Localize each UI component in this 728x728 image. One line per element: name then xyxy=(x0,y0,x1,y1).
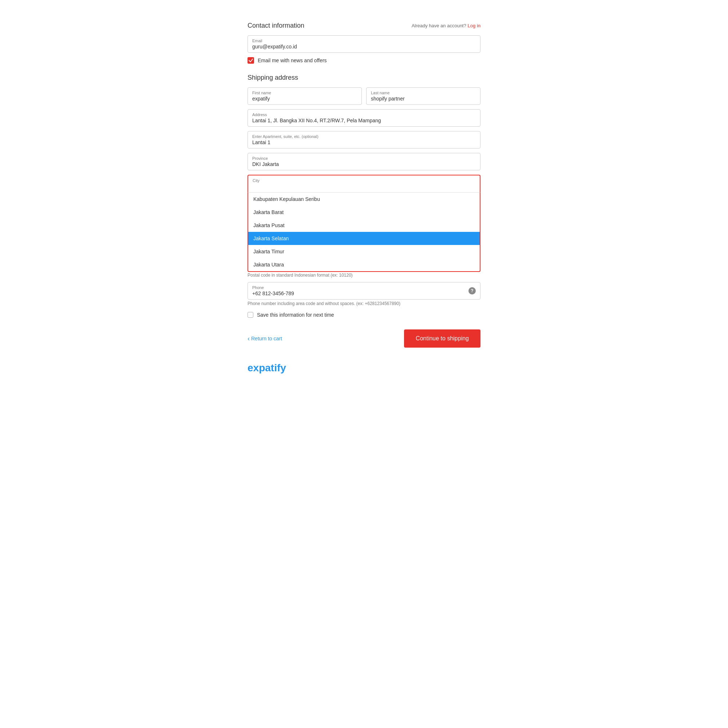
save-info-label: Save this information for next time xyxy=(257,312,334,318)
save-info-checkbox[interactable] xyxy=(248,312,253,318)
city-label: City xyxy=(252,178,476,183)
city-option-jakarta-selatan[interactable]: Jakarta Selatan xyxy=(248,232,480,245)
return-to-cart-link[interactable]: Return to cart xyxy=(248,335,282,343)
apartment-label: Enter Apartment, suite, etc. (optional) xyxy=(252,134,476,139)
last-name-field: Last name xyxy=(366,87,480,105)
apartment-field: Enter Apartment, suite, etc. (optional) xyxy=(248,131,480,148)
first-name-input[interactable] xyxy=(252,96,357,102)
city-option-jakarta-barat[interactable]: Jakarta Barat xyxy=(248,206,480,219)
email-field: Email xyxy=(248,35,480,53)
save-info-row: Save this information for next time xyxy=(248,312,480,318)
shipping-section: Shipping address First name Last name Ad… xyxy=(248,74,480,318)
email-news-label: Email me with news and offers xyxy=(258,58,327,63)
city-dropdown-list: Kabupaten Kepulauan Seribu Jakarta Barat… xyxy=(248,192,480,272)
city-field: City xyxy=(248,175,480,192)
email-news-checkbox[interactable] xyxy=(248,57,254,64)
email-news-row: Email me with news and offers xyxy=(248,57,480,64)
province-label: Province xyxy=(252,156,476,161)
contact-section-title: Contact information xyxy=(248,22,304,29)
address-label: Address xyxy=(252,112,476,117)
province-field: Province xyxy=(248,153,480,170)
actions-row: Return to cart Continue to shipping xyxy=(248,329,480,348)
city-option-jakarta-timur[interactable]: Jakarta Timur xyxy=(248,245,480,258)
phone-input[interactable] xyxy=(252,291,466,296)
postal-hint: Postal code in standard Indonesian forma… xyxy=(248,273,480,278)
province-input[interactable] xyxy=(252,161,476,167)
first-name-label: First name xyxy=(252,91,357,95)
last-name-label: Last name xyxy=(371,91,476,95)
shipping-section-header: Shipping address xyxy=(248,74,480,81)
last-name-input[interactable] xyxy=(371,96,476,102)
city-input[interactable] xyxy=(252,184,476,189)
city-option-jakarta-utara[interactable]: Jakarta Utara xyxy=(248,258,480,271)
shipping-section-title: Shipping address xyxy=(248,74,298,81)
continue-to-shipping-button[interactable]: Continue to shipping xyxy=(404,329,480,348)
address-input[interactable] xyxy=(252,118,476,123)
logo: expatify xyxy=(248,362,480,374)
city-option-jakarta-pusat[interactable]: Jakarta Pusat xyxy=(248,219,480,232)
phone-hint: Phone number including area code and wit… xyxy=(248,301,480,306)
address-field: Address xyxy=(248,109,480,127)
city-dropdown-wrapper: City Kabupaten Kepulauan Seribu Jakarta … xyxy=(248,175,480,272)
first-name-field: First name xyxy=(248,87,362,105)
contact-section-header: Contact information Already have an acco… xyxy=(248,22,480,29)
apartment-input[interactable] xyxy=(252,139,476,145)
phone-label: Phone xyxy=(252,285,466,290)
name-row: First name Last name xyxy=(248,87,480,105)
logo-text: expatify xyxy=(248,362,286,373)
city-option-kabupaten[interactable]: Kabupaten Kepulauan Seribu xyxy=(248,193,480,206)
email-input[interactable] xyxy=(252,44,476,49)
already-account-text: Already have an account? Log in xyxy=(412,23,480,28)
email-label: Email xyxy=(252,38,476,43)
phone-help-icon[interactable]: ? xyxy=(468,287,476,294)
phone-field: Phone ? xyxy=(248,282,480,300)
login-link[interactable]: Log in xyxy=(468,23,480,28)
